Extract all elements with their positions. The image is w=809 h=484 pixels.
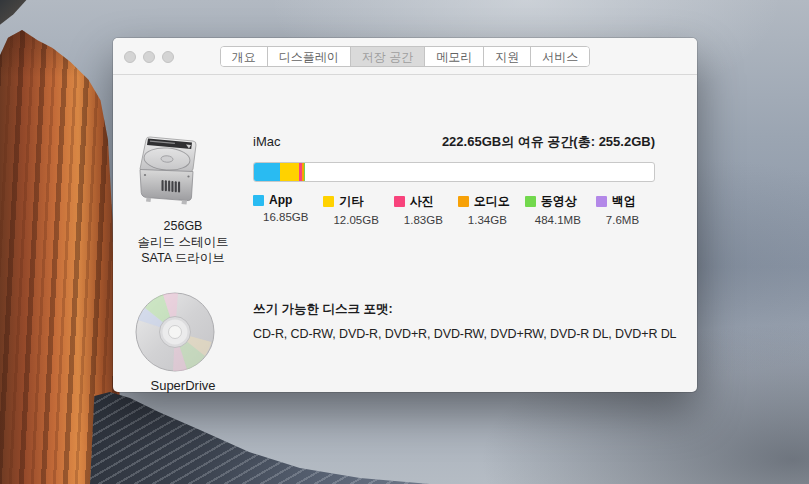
swatch-app — [253, 195, 264, 206]
hard-drive-icon — [137, 131, 201, 209]
toolbar-tabs: 개요 디스플레이 저장 공간 메모리 지원 서비스 — [220, 46, 590, 67]
legend-item-other: 기타 12.05GB — [323, 193, 378, 226]
swatch-movies — [525, 196, 536, 207]
superdrive-label: SuperDrive — [113, 378, 253, 393]
zoom-button[interactable] — [162, 51, 174, 63]
legend-item-movies: 동영상 484.1MB — [525, 193, 581, 226]
tab-support[interactable]: 지원 — [483, 47, 530, 66]
storage-pane: 256GB 솔리드 스테이트 SATA 드라이브 SuperDrive — [113, 75, 697, 391]
storage-header: iMac 222.65GB의 여유 공간(총: 255.2GB) — [253, 133, 655, 151]
legend-size: 12.05GB — [333, 214, 378, 226]
tab-service[interactable]: 서비스 — [530, 47, 589, 66]
drive-type-line1: 솔리드 스테이트 — [113, 234, 253, 250]
free-space-text: 222.65GB의 여유 공간(총: 255.2GB) — [442, 133, 655, 151]
writable-formats-list: CD-R, CD-RW, DVD-R, DVD+R, DVD-RW, DVD+R… — [253, 327, 676, 341]
bar-segment — [280, 163, 299, 181]
storage-legend: App 16.85GB 기타 12.05GB 사진 1.83GB 오디오 1.3… — [253, 193, 655, 226]
swatch-photos — [394, 196, 405, 207]
legend-size: 1.34GB — [468, 214, 510, 226]
tab-memory[interactable]: 메모리 — [424, 47, 483, 66]
swatch-backups — [596, 196, 607, 207]
tab-displays[interactable]: 디스플레이 — [267, 47, 350, 66]
writable-formats-title: 쓰기 가능한 디스크 포맷: — [253, 301, 393, 318]
drive-type-line2: SATA 드라이브 — [113, 250, 253, 266]
internal-drive-label: 256GB 솔리드 스테이트 SATA 드라이브 — [113, 218, 253, 266]
about-this-mac-window: 개요 디스플레이 저장 공간 메모리 지원 서비스 — [113, 38, 697, 392]
legend-label: 사진 — [410, 193, 434, 210]
legend-label: 기타 — [339, 193, 363, 210]
close-button[interactable] — [124, 51, 136, 63]
legend-size: 484.1MB — [535, 214, 581, 226]
storage-bar — [253, 162, 655, 182]
device-name: iMac — [253, 134, 280, 149]
legend-item-backups: 백업 7.6MB — [596, 193, 639, 226]
tab-overview[interactable]: 개요 — [221, 47, 267, 66]
legend-item-audio: 오디오 1.34GB — [458, 193, 510, 226]
legend-label: 동영상 — [541, 193, 577, 210]
drive-capacity: 256GB — [113, 218, 253, 234]
minimize-button[interactable] — [143, 51, 155, 63]
legend-size: 16.85GB — [263, 211, 308, 223]
bar-segment — [254, 163, 280, 181]
bar-segment — [304, 163, 305, 181]
swatch-audio — [458, 196, 469, 207]
legend-size: 7.6MB — [606, 214, 639, 226]
storage-summary: iMac 222.65GB의 여유 공간(총: 255.2GB) App 16.… — [253, 133, 655, 226]
legend-label: 오디오 — [474, 193, 510, 210]
tab-storage[interactable]: 저장 공간 — [350, 47, 424, 66]
legend-size: 1.83GB — [404, 214, 443, 226]
legend-item-app: App 16.85GB — [253, 193, 308, 226]
legend-label: 백업 — [612, 193, 636, 210]
superdrive-disc-icon — [133, 290, 217, 374]
legend-label: App — [269, 193, 292, 207]
titlebar[interactable]: 개요 디스플레이 저장 공간 메모리 지원 서비스 — [113, 38, 697, 75]
traffic-lights — [124, 38, 174, 75]
swatch-other — [323, 196, 334, 207]
legend-item-photos: 사진 1.83GB — [394, 193, 443, 226]
